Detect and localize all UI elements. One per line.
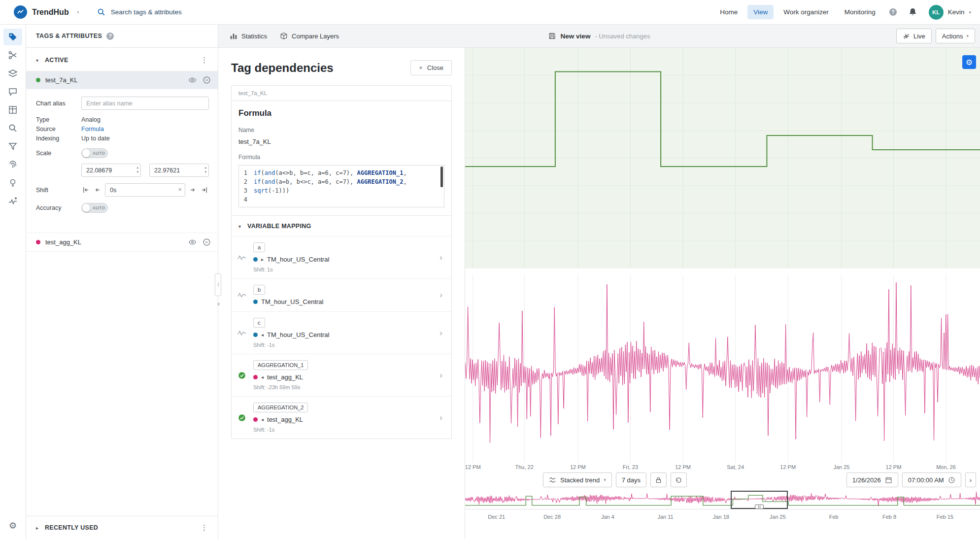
axis-tick-label: Jan 25 (770, 514, 786, 520)
scrollbar-thumb[interactable] (440, 167, 443, 187)
fingerprint-tool-button[interactable] (3, 156, 22, 173)
accuracy-auto-toggle[interactable]: AUTO (81, 203, 108, 213)
end-time-picker[interactable]: 07:00:00 AM (902, 472, 961, 487)
live-toggle-button[interactable]: Live (896, 29, 932, 43)
save-icon[interactable] (548, 32, 556, 40)
timespan-selection-box[interactable] (731, 491, 788, 509)
close-button[interactable]: × Close (410, 60, 452, 75)
search-tool-button[interactable] (3, 120, 22, 136)
search-icon (97, 8, 105, 16)
recently-used-section-header[interactable]: ▸ RECENTLY USED ⋮ (26, 516, 218, 539)
recommendations-tool-button[interactable] (3, 174, 22, 191)
search-input[interactable] (111, 8, 229, 16)
context-overview-strip[interactable] (465, 491, 980, 509)
monitoring-tool-button[interactable] (3, 193, 22, 209)
trend-chart-area: ⚙ 12 PMThu, 2212 PMFri, 2312 PMSat, 2412… (465, 48, 980, 539)
chevron-right-icon[interactable]: › (436, 413, 446, 423)
active-section-header[interactable]: ▾ ACTIVE ⋮ (26, 48, 218, 71)
chevron-right-icon[interactable]: › (436, 253, 446, 263)
filter-tool-button[interactable] (3, 138, 22, 155)
scale-auto-toggle[interactable]: AUTO (81, 148, 108, 158)
trend-mode-dropdown[interactable]: Stacked trend ▾ (543, 472, 612, 487)
eye-icon[interactable] (188, 238, 197, 246)
nav-monitoring[interactable]: Monitoring (839, 5, 881, 19)
recently-used-menu-icon[interactable]: ⋮ (197, 523, 212, 532)
source-label: Source (36, 126, 81, 133)
variable-mapping-row[interactable]: AGGREGATION_2◂test_agg_KLShift: -1s› (232, 396, 451, 438)
shift-forward-button[interactable] (188, 185, 197, 195)
help-button[interactable]: ? (885, 4, 901, 20)
panel-resize-handle[interactable]: ⁞⁞ (215, 273, 221, 296)
scale-min-input[interactable] (81, 164, 141, 177)
variable-mapping-row[interactable]: c◂TM_hour_US_CentralShift: -1s› (232, 311, 451, 354)
reset-time-button[interactable] (671, 472, 687, 487)
nav-view[interactable]: View (747, 5, 774, 19)
variable-mapping-row[interactable]: a▸TM_hour_US_CentralShift: 1s› (232, 236, 451, 278)
annotate-tool-button[interactable] (3, 47, 22, 64)
workspace-chevron-down-icon[interactable]: ▾ (77, 9, 79, 15)
variable-badge: a (253, 242, 265, 252)
shift-end-button[interactable] (200, 185, 209, 195)
end-date-picker[interactable]: 1/26/2026 (846, 472, 898, 487)
axis-tick-label: Feb 8 (882, 514, 896, 520)
remove-circle-icon[interactable] (203, 76, 211, 84)
chevron-right-icon[interactable]: › (436, 371, 446, 380)
shift-input[interactable] (105, 183, 185, 197)
panel-collapse-button[interactable]: × (216, 301, 221, 307)
tags-help-icon[interactable]: ? (106, 33, 114, 40)
user-menu[interactable]: KL Kevin ▾ (929, 5, 971, 20)
statistics-button[interactable]: Statistics (223, 28, 273, 44)
shift-back-button[interactable] (93, 185, 102, 195)
clear-icon[interactable]: × (178, 186, 182, 193)
type-value: Analog (81, 116, 101, 123)
analog-trend-chart[interactable] (465, 48, 980, 269)
settings-button[interactable]: ⚙ (3, 517, 22, 534)
axis-tick-label: 12 PM (465, 464, 481, 470)
source-formula-link[interactable]: Formula (81, 126, 104, 133)
formula-code-editor[interactable]: 1234 if(and(a<>b, b=c, a=6, c=7), AGGREG… (238, 165, 444, 207)
chevron-right-icon[interactable]: › (436, 290, 446, 300)
stepper-arrows-icon[interactable]: ▴▾ (136, 166, 138, 174)
aggregate-trend-chart[interactable] (465, 275, 980, 463)
table-tool-button[interactable] (3, 101, 22, 118)
tag-row-test-7a[interactable]: test_7a_KL (26, 71, 218, 89)
duration-button[interactable]: 7 days (616, 472, 646, 487)
comments-tool-button[interactable] (3, 83, 22, 100)
scissors-icon (8, 50, 18, 60)
axis-tick-label: 12 PM (675, 464, 691, 470)
tags-tool-button[interactable] (3, 29, 22, 45)
variable-mapping-row[interactable]: bTM_hour_US_Central› (232, 278, 451, 311)
variable-mapping-header[interactable]: ▾ VARIABLE MAPPING (232, 216, 451, 236)
eye-icon[interactable] (188, 76, 197, 84)
global-search[interactable] (97, 8, 229, 16)
notifications-button[interactable] (905, 4, 921, 20)
chart-settings-button[interactable]: ⚙ (962, 55, 976, 69)
variable-mapping-row[interactable]: AGGREGATION_1◂test_agg_KLShift: -23h 59m… (232, 354, 451, 396)
scale-max-input[interactable] (149, 164, 209, 177)
lock-timespan-button[interactable] (650, 472, 667, 487)
tag-row-test-agg[interactable]: test_agg_KL (26, 233, 218, 252)
clock-icon (948, 476, 955, 484)
actions-button[interactable]: Actions ▾ (936, 29, 975, 43)
tag-name: test_agg_KL (45, 238, 183, 246)
shift-left-arrow-icon: ◂ (261, 417, 264, 422)
active-section-menu-icon[interactable]: ⋮ (197, 56, 212, 65)
collapse-chevron-right-icon: ▸ (36, 525, 42, 531)
nav-home[interactable]: Home (714, 5, 743, 19)
shift-left-arrow-icon: ◂ (261, 332, 264, 337)
step-forward-button[interactable]: › (965, 472, 976, 487)
stepper-arrows-icon[interactable]: ▴▾ (204, 166, 206, 174)
chart-alias-input[interactable] (81, 97, 209, 110)
tag-color-dot (253, 417, 258, 422)
app-logo[interactable]: TrendHub (14, 5, 69, 19)
formula-label: Formula (238, 154, 444, 161)
chevron-right-icon[interactable]: › (436, 328, 446, 338)
mapped-tag-name: TM_hour_US_Central (267, 331, 329, 338)
compare-layers-button[interactable]: Compare Layers (273, 28, 345, 44)
indexing-label: Indexing (36, 135, 81, 142)
shift-start-button[interactable] (81, 185, 91, 195)
remove-circle-icon[interactable] (203, 238, 211, 246)
nav-work-organizer[interactable]: Work organizer (777, 5, 834, 19)
layers-tool-button[interactable] (3, 65, 22, 82)
selection-drag-grip[interactable] (755, 505, 764, 509)
